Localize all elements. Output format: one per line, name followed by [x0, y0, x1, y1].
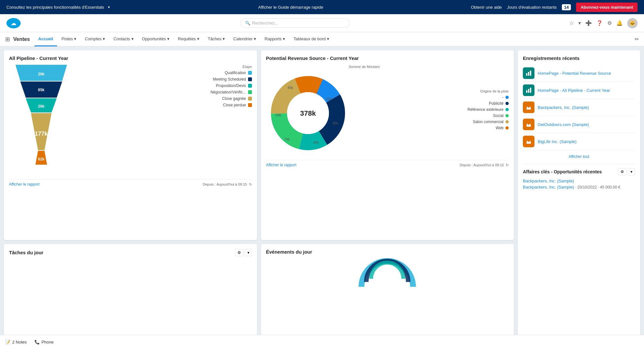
- legend-dash: -: [467, 95, 509, 100]
- refresh-icon[interactable]: ↻: [249, 182, 252, 187]
- view-all-link[interactable]: Afficher tout: [569, 154, 589, 159]
- pipeline-legend: Etape Qualification Meeting Scheduled Pr…: [80, 65, 252, 109]
- legend-salon: Salon commercial: [467, 120, 509, 124]
- settings-icon[interactable]: ⚙: [607, 20, 612, 26]
- banner-center[interactable]: Afficher le Guide démarrage rapide: [258, 5, 323, 10]
- deal-item-1: Backpackers, Inc. (Sample) · 20/10/2022 …: [523, 185, 635, 189]
- search-bar-container[interactable]: 🔍 Recherchez...: [240, 18, 350, 28]
- svg-rect-28: [528, 89, 529, 93]
- rapports-chevron-icon: ▾: [283, 36, 285, 41]
- navigation-bar: ⊞ Ventes Accueil Pistes ▾ Comptes ▾ Cont…: [0, 32, 644, 46]
- nav-item-requetes[interactable]: Requêtes ▾: [174, 32, 203, 46]
- donut-refresh-icon[interactable]: ↻: [506, 163, 509, 167]
- svg-text:62k: 62k: [38, 157, 44, 161]
- days-label: Jours d'évaluation restants: [507, 5, 557, 10]
- pipeline-since: Depuis : Aujourd'hui à 09:15 ↻: [203, 182, 252, 187]
- apps-grid-icon[interactable]: ⊞: [5, 36, 10, 43]
- key-deals-controls: ⚙ ▾: [618, 168, 635, 175]
- recent-link-0[interactable]: HomePage - Potential Revenue Source: [538, 71, 611, 76]
- help-icon[interactable]: ❓: [596, 20, 603, 26]
- events-card: Événements du jour: [261, 244, 514, 344]
- key-deals-dropdown-btn[interactable]: ▾: [628, 168, 635, 175]
- recent-link-3[interactable]: GetOutdoors.com (Sample): [538, 122, 589, 127]
- pipeline-content: 26k 65k 26k 177k 62k Etape: [9, 65, 252, 175]
- nav-item-tableaux[interactable]: Tableaux de bord ▾: [290, 32, 333, 46]
- opportunites-chevron-icon: ▾: [167, 36, 169, 41]
- banner-right: Obtenir une aide Jours d'évaluation rest…: [471, 3, 638, 12]
- legend-web: Web: [467, 126, 509, 130]
- nav-item-opportunites[interactable]: Opportunités ▾: [138, 32, 173, 46]
- recent-records-title: Enregistrements récents: [523, 55, 635, 61]
- key-deals-section: Affaires clés - Opportunités récentes ⚙ …: [523, 164, 635, 189]
- nav-item-pistes[interactable]: Pistes ▾: [58, 32, 80, 46]
- phone-item[interactable]: 📞 Phone: [34, 340, 54, 344]
- recent-icon-0: [523, 67, 534, 79]
- banner-left[interactable]: Consultez les principales fonctionnalité…: [6, 5, 111, 10]
- legend-title: Etape: [80, 65, 252, 69]
- search-placeholder: Recherchez...: [252, 21, 278, 25]
- svg-marker-30: [526, 106, 531, 109]
- notifications-icon[interactable]: 🔔: [616, 20, 623, 26]
- deal-link-1[interactable]: Backpackers, Inc. (Sample): [523, 185, 574, 189]
- deal-meta-1: · 20/10/2022 · 45 000,00 €: [575, 185, 620, 189]
- star-dropdown-icon[interactable]: ▾: [578, 20, 581, 26]
- tableaux-chevron-icon: ▾: [327, 36, 329, 41]
- pipeline-report-link[interactable]: Afficher le rapport: [9, 182, 40, 187]
- tasks-title: Tâches du jour: [9, 250, 43, 255]
- nav-item-rapports[interactable]: Rapports ▾: [261, 32, 289, 46]
- pipeline-footer: Afficher le rapport Depuis : Aujourd'hui…: [9, 179, 252, 187]
- chart-icon-2: [525, 87, 532, 93]
- svg-text:45k: 45k: [287, 86, 293, 90]
- bottom-bar: 📝 2 Notes 📞 Phone: [0, 335, 644, 347]
- view-all-section: Afficher tout: [523, 150, 635, 159]
- legend-salon-color: [505, 120, 509, 123]
- svg-text:26k: 26k: [38, 104, 44, 109]
- nav-item-contacts[interactable]: Contacts ▾: [110, 32, 137, 46]
- legend-item-close-gagnee: Close gagnée: [80, 96, 252, 101]
- notes-item[interactable]: 📝 2 Notes: [5, 340, 27, 344]
- phone-label: Phone: [42, 340, 54, 344]
- crown-icon: [525, 104, 532, 111]
- help-text[interactable]: Obtenir une aide: [471, 5, 502, 10]
- taches-chevron-icon: ▾: [223, 36, 225, 41]
- recent-link-4[interactable]: BigLife Inc. (Sample): [538, 139, 577, 144]
- star-icon[interactable]: ☆: [569, 20, 574, 26]
- svg-rect-25: [528, 72, 529, 76]
- add-icon[interactable]: ➕: [585, 20, 592, 26]
- recent-icon-4: [523, 136, 534, 147]
- donut-report-link[interactable]: Afficher le rapport: [266, 163, 297, 167]
- svg-rect-35: [526, 143, 531, 144]
- nav-item-taches[interactable]: Tâches ▾: [204, 32, 229, 46]
- avatar[interactable]: 🐱: [627, 18, 638, 28]
- donut-content: Somme de Montant: [266, 65, 509, 156]
- svg-rect-24: [526, 73, 527, 76]
- nav-item-comptes[interactable]: Comptes ▾: [81, 32, 109, 46]
- nav-edit-icon[interactable]: ✏: [635, 36, 639, 42]
- funnel-svg: 26k 65k 26k 177k 62k: [9, 65, 73, 174]
- header-right: ☆ ▾ ➕ ❓ ⚙ 🔔 🐱: [569, 18, 638, 28]
- notes-icon: 📝: [5, 340, 10, 344]
- negociation-color: [248, 90, 252, 94]
- deal-link-0[interactable]: Backpackers, Inc. (Sample): [523, 179, 574, 183]
- tasks-dropdown-btn[interactable]: ▾: [245, 249, 252, 256]
- recent-link-2[interactable]: Backpackers, Inc. (Sample): [538, 105, 589, 110]
- subscribe-button[interactable]: Abonnez-vous maintenant: [576, 3, 638, 12]
- donut-since: Depuis : Aujourd'hui à 09:15 ↻: [460, 163, 509, 167]
- close-perdue-color: [248, 103, 252, 107]
- recent-icon-3: [523, 119, 534, 130]
- svg-text:26k: 26k: [38, 72, 44, 76]
- guide-link[interactable]: Afficher le Guide démarrage rapide: [258, 5, 323, 10]
- recent-link-1[interactable]: HomePage - All Pipeline - Current Year: [538, 88, 610, 93]
- days-badge: 14: [562, 4, 571, 10]
- svg-rect-27: [526, 90, 527, 93]
- close-gagnee-color: [248, 97, 252, 101]
- svg-text:45k: 45k: [313, 141, 319, 144]
- salesforce-logo[interactable]: ☁: [6, 18, 21, 28]
- chart-icon: [525, 70, 532, 76]
- nav-item-calendrier[interactable]: Calendrier ▾: [229, 32, 260, 46]
- legend-pub-color: [505, 102, 509, 105]
- key-deals-filter-btn[interactable]: ⚙: [618, 168, 627, 175]
- nav-item-accueil[interactable]: Accueil: [34, 32, 57, 46]
- tasks-filter-btn[interactable]: ⚙: [235, 249, 244, 256]
- legend-item-negociation: Négociation/Vérific...: [80, 90, 252, 94]
